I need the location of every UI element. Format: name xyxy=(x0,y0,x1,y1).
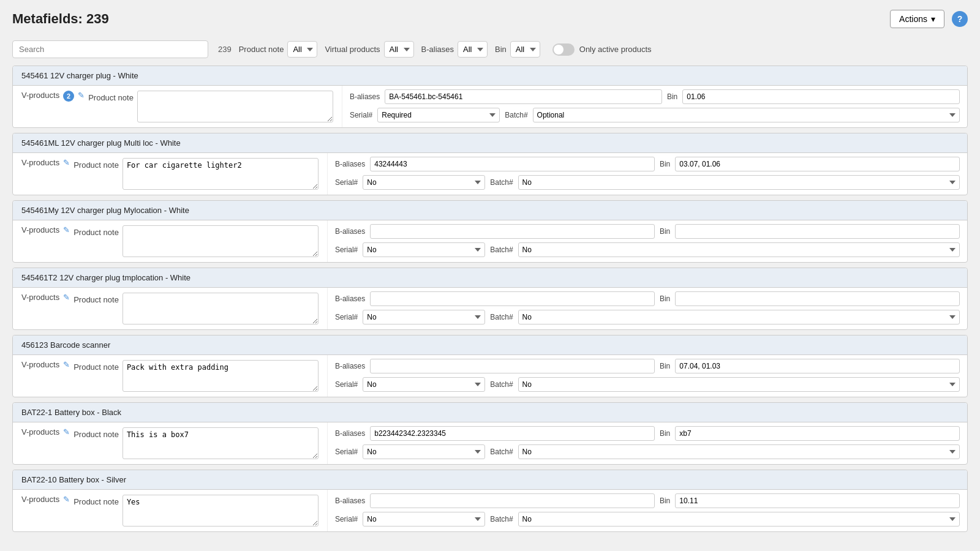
serial-select[interactable]: NoRequiredOptionalYes xyxy=(363,242,485,257)
batch-field-label: Batch# xyxy=(490,448,513,456)
bin-input[interactable] xyxy=(682,89,960,104)
product-note-textarea[interactable] xyxy=(137,91,333,122)
product-note-textarea[interactable] xyxy=(123,293,318,324)
product-note-field-label: Product note xyxy=(74,360,119,372)
page-title: Metafields: 239 xyxy=(12,11,109,27)
product-header: 545461ML 12V charger plug Multi loc - Wh… xyxy=(13,133,967,153)
product-body: V-products✎Product noteThis is a box7B-a… xyxy=(13,422,967,464)
bin-input[interactable] xyxy=(675,224,960,239)
batch-select[interactable]: NoRequiredOptionalYes xyxy=(518,444,960,459)
help-button[interactable]: ? xyxy=(952,11,968,27)
bin-field-label: Bin xyxy=(660,294,670,303)
v-products-badge[interactable]: 2 xyxy=(63,91,74,102)
serial-field-label: Serial# xyxy=(335,313,358,321)
b-aliases-input[interactable] xyxy=(370,157,655,171)
serial-select[interactable]: NoRequiredOptionalYes xyxy=(363,310,485,324)
edit-product-note-icon[interactable]: ✎ xyxy=(63,360,70,369)
v-products-label: V-products xyxy=(21,293,59,302)
bin-input[interactable] xyxy=(675,157,960,171)
right-top-row: B-aliasesBin xyxy=(335,426,960,441)
product-body: V-products✎Product noteFor car cigarette… xyxy=(13,153,967,195)
b-aliases-field-label: B-aliases xyxy=(335,160,365,168)
bin-field-label: Bin xyxy=(660,362,670,370)
active-products-toggle[interactable] xyxy=(552,43,575,56)
edit-product-note-icon[interactable]: ✎ xyxy=(63,427,70,437)
serial-field-label: Serial# xyxy=(350,111,372,119)
v-products-label: V-products xyxy=(21,225,59,234)
serial-field-label: Serial# xyxy=(335,178,358,187)
product-note-textarea[interactable]: Pack with extra padding xyxy=(123,360,318,392)
serial-field-label: Serial# xyxy=(335,515,358,523)
product-note-field-label: Product note xyxy=(74,495,119,506)
actions-button[interactable]: Actions ▾ xyxy=(890,10,944,28)
b-aliases-label: B-aliases xyxy=(421,45,454,54)
right-col: B-aliasesBinSerial#NoRequiredOptionalYes… xyxy=(328,422,967,463)
right-col: B-aliasesBinSerial#NoRequiredOptionalYes… xyxy=(328,355,967,395)
b-aliases-input[interactable] xyxy=(370,359,655,373)
right-top-row: B-aliasesBin xyxy=(335,359,960,373)
b-aliases-input[interactable] xyxy=(370,426,655,441)
bin-input[interactable] xyxy=(675,291,960,306)
product-note-field-label: Product note xyxy=(74,293,119,304)
bin-input[interactable] xyxy=(675,493,960,508)
right-col: B-aliasesBinSerial#NoRequiredOptionalYes… xyxy=(342,86,967,126)
virtual-products-filter: Virtual products All xyxy=(325,41,413,58)
total-count: 239 xyxy=(218,45,232,54)
serial-select[interactable]: NoRequiredOptionalYes xyxy=(363,175,485,190)
batch-select[interactable]: NoRequiredOptionalYes xyxy=(518,512,960,527)
serial-select[interactable]: NoRequiredOptionalYes xyxy=(377,108,500,122)
product-note-textarea[interactable]: This is a box7 xyxy=(123,427,318,459)
right-bottom-row: Serial#NoRequiredOptionalYesBatch#NoRequ… xyxy=(335,444,960,459)
product-note-textarea[interactable] xyxy=(123,225,318,257)
product-note-field-label: Product note xyxy=(74,225,119,237)
batch-select[interactable]: NoRequiredOptionalYes xyxy=(518,175,960,190)
bin-input[interactable] xyxy=(675,426,960,441)
serial-select[interactable]: NoRequiredOptionalYes xyxy=(363,377,485,392)
b-aliases-field-label: B-aliases xyxy=(350,92,380,101)
product-note-textarea[interactable]: Yes xyxy=(123,495,318,527)
right-col: B-aliasesBinSerial#NoRequiredOptionalYes… xyxy=(328,490,967,530)
product-body: V-products✎Product noteB-aliasesBinSeria… xyxy=(13,288,967,329)
edit-product-note-icon[interactable]: ✎ xyxy=(63,158,70,167)
bin-input[interactable] xyxy=(675,359,960,373)
bin-field-label: Bin xyxy=(660,160,670,168)
actions-dropdown-arrow: ▾ xyxy=(931,14,935,24)
bin-select[interactable]: All xyxy=(510,41,540,58)
search-input[interactable] xyxy=(12,40,208,58)
b-aliases-input[interactable] xyxy=(370,224,655,239)
product-header: 545461T2 12V charger plug tmplocation - … xyxy=(13,268,967,288)
right-bottom-row: Serial#NoRequiredOptionalYesBatch#NoRequ… xyxy=(335,512,960,527)
b-aliases-input[interactable] xyxy=(370,493,655,508)
serial-field-label: Serial# xyxy=(335,448,358,456)
product-header: BAT22-1 Battery box - Black xyxy=(13,403,967,422)
product-body: V-products✎Product noteYesB-aliasesBinSe… xyxy=(13,490,967,531)
batch-select[interactable]: NoRequiredOptionalYes xyxy=(533,108,960,122)
batch-select[interactable]: NoRequiredOptionalYes xyxy=(518,310,960,324)
edit-product-note-icon[interactable]: ✎ xyxy=(63,495,70,504)
edit-product-note-icon[interactable]: ✎ xyxy=(63,293,70,302)
edit-product-note-icon[interactable]: ✎ xyxy=(78,91,85,100)
products-list: 545461 12V charger plug - WhiteV-product… xyxy=(12,66,968,532)
serial-select[interactable]: NoRequiredOptionalYes xyxy=(363,444,485,459)
serial-select[interactable]: NoRequiredOptionalYes xyxy=(363,512,485,527)
b-aliases-input[interactable] xyxy=(385,89,662,104)
batch-select[interactable]: NoRequiredOptionalYes xyxy=(518,242,960,257)
active-products-label: Only active products xyxy=(579,45,652,54)
product-card: BAT22-10 Battery box - SilverV-products✎… xyxy=(12,470,968,532)
batch-field-label: Batch# xyxy=(505,111,527,119)
v-products-label: V-products xyxy=(21,360,59,369)
b-aliases-field-label: B-aliases xyxy=(335,362,365,370)
product-body: V-products✎Product notePack with extra p… xyxy=(13,355,967,397)
batch-select[interactable]: NoRequiredOptionalYes xyxy=(518,377,960,392)
edit-product-note-icon[interactable]: ✎ xyxy=(63,225,70,234)
product-note-filter: Product note All xyxy=(239,41,318,58)
product-note-select[interactable]: All xyxy=(287,41,317,58)
product-body: V-products2✎Product noteB-aliasesBinSeri… xyxy=(13,86,967,127)
left-col: V-products✎Product noteYes xyxy=(13,490,328,531)
b-aliases-select[interactable]: All xyxy=(458,41,488,58)
virtual-products-select[interactable]: All xyxy=(384,41,414,58)
product-note-textarea[interactable]: For car cigarette lighter2 xyxy=(123,158,318,190)
product-card: 545461T2 12V charger plug tmplocation - … xyxy=(12,268,968,330)
b-aliases-input[interactable] xyxy=(370,291,655,306)
header: Metafields: 239 Actions ▾ ? xyxy=(12,10,968,28)
